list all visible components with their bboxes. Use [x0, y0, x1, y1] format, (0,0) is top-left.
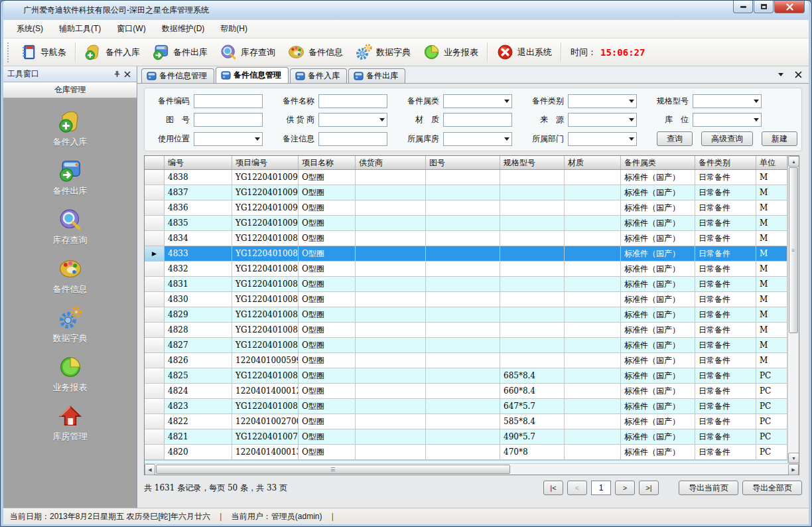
row-selector-cell[interactable] [145, 262, 165, 277]
tab-备件入库[interactable]: 备件入库 [290, 68, 347, 83]
export-current-page-button[interactable]: 导出当前页 [679, 481, 738, 495]
row-selector-cell[interactable] [145, 170, 165, 185]
field-input[interactable] [194, 113, 263, 127]
row-selector-cell[interactable] [145, 231, 165, 246]
tab-备件信息管理[interactable]: 备件信息管理 [141, 68, 214, 83]
menu-item[interactable]: 窗口(W) [109, 20, 153, 38]
table-row[interactable]: 48221220401002700O型圈585*8.4标准件（国产）日常备件PC [145, 414, 787, 429]
button-高级查询[interactable]: 高级查询 [701, 131, 753, 146]
tab-备件信息管理[interactable]: 备件信息管理 [216, 67, 289, 83]
tab-close-icon[interactable] [793, 69, 803, 80]
sidebar-section-header[interactable]: 仓库管理 [3, 82, 137, 98]
menu-item[interactable]: 帮助(H) [212, 20, 255, 38]
toolbar-button-part-out[interactable]: 备件出库 [146, 40, 214, 64]
field-combobox[interactable] [568, 94, 637, 108]
column-header[interactable]: 供货商 [356, 156, 426, 169]
field-combobox[interactable] [568, 113, 637, 127]
field-combobox[interactable] [568, 132, 637, 146]
field-combobox[interactable] [194, 132, 263, 146]
field-combobox[interactable] [693, 113, 762, 127]
menu-item[interactable]: 系统(S) [9, 20, 51, 38]
sidebar-item-part-out[interactable]: 备件出库 [31, 158, 110, 197]
table-row[interactable]: 4838YG12204010093O型圈标准件（国产）日常备件M [145, 170, 787, 185]
table-row[interactable]: 48261220401000599O型圈标准件（国产）日常备件M [145, 353, 787, 368]
export-all-pages-button[interactable]: 导出全部页 [742, 481, 802, 495]
table-row[interactable]: 4829YG12204010084O型圈标准件（国产）日常备件M [145, 307, 787, 323]
vertical-scrollbar[interactable]: ▲ ≡ ▼ [787, 156, 799, 463]
sidebar-item-biz-report[interactable]: 业务报表 [31, 354, 110, 394]
field-combobox[interactable] [693, 94, 762, 108]
vscroll-thumb[interactable]: ≡ [789, 167, 798, 333]
row-selector-cell[interactable] [145, 353, 165, 368]
column-header[interactable]: 项目名称 [299, 156, 356, 169]
button-新建[interactable]: 新建 [762, 131, 797, 146]
scroll-right-icon[interactable]: ▶ [788, 464, 799, 475]
close-button[interactable] [774, 1, 805, 13]
sidebar-item-warehouse-house[interactable]: 库房管理 [31, 404, 110, 443]
panel-close-icon[interactable] [122, 69, 133, 80]
field-combobox[interactable] [443, 94, 512, 108]
menu-item[interactable]: 辅助工具(T) [51, 20, 109, 38]
row-selector-cell[interactable] [145, 368, 165, 384]
scroll-up-icon[interactable]: ▲ [788, 156, 799, 167]
tab-备件出库[interactable]: 备件出库 [348, 68, 405, 83]
first-page-button[interactable]: |< [543, 481, 563, 495]
minimize-button[interactable] [733, 1, 753, 13]
field-input[interactable] [318, 132, 387, 146]
table-row[interactable]: 4834YG12204010089O型圈标准件（国产）日常备件M [145, 231, 787, 246]
column-header[interactable]: 单位 [756, 156, 787, 169]
sidebar-item-stock-search[interactable]: 库存查询 [31, 207, 110, 246]
row-selector-cell[interactable] [145, 200, 165, 216]
row-selector-cell[interactable] [145, 338, 165, 353]
row-pointer-icon[interactable]: ▶ [145, 246, 165, 262]
field-input[interactable] [194, 94, 263, 108]
table-row[interactable]: 4836YG12204010091O型圈标准件（国产）日常备件M [145, 200, 787, 216]
horizontal-scrollbar[interactable]: ◀ ☰ ▶ [145, 463, 799, 475]
column-header[interactable]: 备件属类 [621, 156, 695, 169]
field-input[interactable] [443, 113, 512, 127]
scroll-down-icon[interactable]: ▼ [788, 453, 799, 463]
toolbar-button-biz-report[interactable]: 业务报表 [417, 40, 484, 64]
sidebar-item-part-in[interactable]: 备件入库 [31, 109, 110, 148]
column-header[interactable]: 材质 [565, 156, 621, 169]
row-selector-cell[interactable] [145, 414, 165, 429]
row-selector-cell[interactable] [145, 307, 165, 323]
toolbar-button-part-in[interactable]: 备件入库 [78, 40, 146, 64]
table-row[interactable]: 4827YG12204010082O型圈标准件（国产）日常备件M [145, 338, 787, 353]
sidebar-item-data-dict[interactable]: 数据字典 [31, 305, 110, 344]
field-input[interactable] [318, 94, 387, 108]
table-row[interactable]: ▶4833YG12204010088O型圈标准件（国产）日常备件M [145, 246, 787, 262]
hscroll-thumb[interactable]: ☰ [156, 465, 510, 474]
row-selector-cell[interactable] [145, 216, 165, 231]
table-row[interactable]: 4831YG12204010086O型圈标准件（国产）日常备件M [145, 277, 787, 292]
field-combobox[interactable] [318, 113, 387, 127]
table-row[interactable]: 48201220401400013O型圈470*8标准件（国产）日常备件PC [145, 445, 787, 460]
prev-page-button[interactable]: < [567, 481, 587, 495]
table-row[interactable]: 4832YG12204010087O型圈标准件（国产）日常备件M [145, 262, 787, 277]
table-row[interactable]: 4823YG12204010080O型圈647*5.7标准件（国产）日常备件PC [145, 399, 787, 414]
row-selector-cell[interactable] [145, 292, 165, 307]
row-selector-cell[interactable] [145, 399, 165, 414]
table-row[interactable]: 4837YG12204010092O型圈标准件（国产）日常备件M [145, 185, 787, 200]
menu-item[interactable]: 数据维护(D) [154, 20, 213, 38]
table-row[interactable]: 4835YG12204010090O型圈标准件（国产）日常备件M [145, 216, 787, 231]
scroll-left-icon[interactable]: ◀ [145, 464, 155, 475]
column-header[interactable]: 图号 [426, 156, 500, 169]
maximize-button[interactable] [754, 1, 774, 13]
column-header[interactable]: 编号 [165, 156, 232, 169]
tab-menu-arrow-icon[interactable] [776, 69, 786, 80]
toolbar-button-part-info[interactable]: 备件信息 [281, 40, 349, 64]
table-row[interactable]: 4825YG12204010081O型圈685*8.4标准件（国产）日常备件PC [145, 368, 787, 384]
toolbar-button-exit-system[interactable]: 退出系统 [490, 40, 558, 64]
pin-icon[interactable] [111, 69, 122, 80]
table-row[interactable]: 4828YG12204010083O型圈标准件（国产）日常备件M [145, 323, 787, 338]
last-page-button[interactable]: >| [639, 481, 659, 495]
row-selector-cell[interactable] [145, 185, 165, 200]
sidebar-item-part-info[interactable]: 备件信息 [31, 256, 110, 295]
table-row[interactable]: 4830YG12204010085O型圈标准件（国产）日常备件M [145, 292, 787, 307]
column-header[interactable]: 备件类别 [695, 156, 756, 169]
table-row[interactable]: 48241220401400012O型圈660*8.4标准件（国产）日常备件PC [145, 384, 787, 399]
next-page-button[interactable]: > [615, 481, 635, 495]
column-header[interactable]: 项目编号 [232, 156, 299, 169]
field-combobox[interactable] [443, 132, 512, 146]
